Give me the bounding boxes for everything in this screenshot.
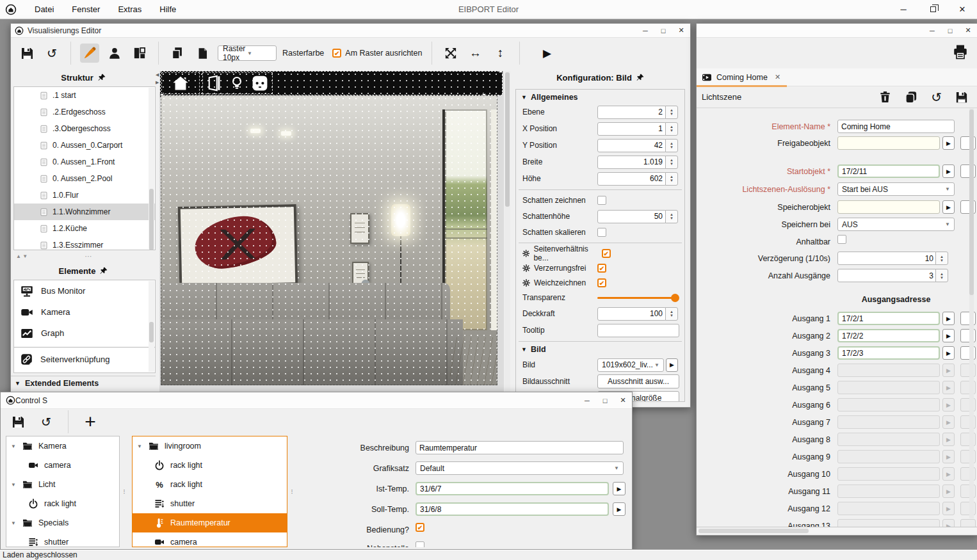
fit-vertical-button[interactable]: ↕	[491, 44, 510, 63]
scene-titlebar[interactable]: ─ □ ✕	[697, 24, 977, 38]
tree-item-rack-light-dimmer[interactable]: %rack light	[133, 475, 287, 494]
object-picker-button[interactable]: ▶	[942, 329, 955, 342]
tree-item-rack-light-switch[interactable]: rack light	[133, 456, 287, 475]
schatten-skalieren-checkbox[interactable]	[597, 228, 606, 237]
layout-mode-button[interactable]	[130, 44, 149, 63]
bild-select[interactable]: 1019x602_liv...▼	[597, 358, 664, 372]
element-graph[interactable]: Graph	[14, 323, 155, 344]
elemente-scrollbar[interactable]	[149, 281, 154, 372]
maximize-button[interactable]: □	[654, 24, 672, 38]
save-button[interactable]	[8, 412, 28, 431]
close-button[interactable]: ✕	[959, 24, 977, 38]
chevron-down-icon[interactable]: ▼	[10, 482, 17, 488]
menu-extras[interactable]: Extras	[109, 0, 150, 19]
restore-button[interactable]	[918, 0, 948, 19]
tree-item[interactable]: 1.0.Flur	[14, 187, 155, 204]
beschreibung-input[interactable]	[416, 441, 624, 454]
house-icon[interactable]	[172, 75, 190, 92]
print-button[interactable]	[953, 44, 968, 60]
slider-track[interactable]	[597, 297, 673, 299]
menu-datei[interactable]: Datei	[26, 0, 63, 19]
ausschnitt-button[interactable]: Ausschnitt ausw...	[597, 374, 679, 388]
struktur-scrollbar[interactable]	[149, 88, 154, 249]
object-picker-button[interactable]: ▶	[942, 200, 955, 214]
object-picker-button[interactable]: ▶	[942, 164, 955, 178]
copy-page-button[interactable]	[168, 44, 187, 63]
tree-item[interactable]: 0. Aussen_1.Front	[14, 154, 155, 170]
fit-button[interactable]	[441, 44, 460, 63]
chevron-down-icon[interactable]: ▼	[136, 444, 143, 449]
pin-icon[interactable]	[636, 74, 644, 81]
element-kamera[interactable]: Kamera	[14, 301, 155, 323]
y-position-input[interactable]	[597, 139, 666, 152]
verzerrungsfrei-checkbox[interactable]: ✔	[597, 264, 606, 273]
tree-item[interactable]: .1 start	[14, 87, 155, 104]
chevron-down-icon[interactable]: ▼	[10, 520, 17, 526]
minimize-button[interactable]: ─	[636, 24, 654, 38]
reload-button[interactable]: ↺	[36, 412, 56, 431]
object-picker-button[interactable]: ▶	[942, 136, 955, 150]
object-picker-button[interactable]: ▶	[942, 346, 955, 360]
tree-item[interactable]: .2.Erdgeschoss	[14, 104, 155, 120]
hoehe-input[interactable]	[597, 172, 666, 186]
menu-fenster[interactable]: Fenster	[63, 0, 109, 19]
collapse-down-icon[interactable]: ▼	[22, 253, 28, 259]
object-picker-button[interactable]: ▶	[942, 312, 955, 325]
maximize-button[interactable]: □	[596, 394, 614, 408]
ausgang-2-input[interactable]	[837, 329, 940, 342]
align-grid-checkbox[interactable]: ✔	[332, 49, 341, 58]
tab-coming-home[interactable]: Coming Home ✕	[697, 68, 787, 86]
selection-handle[interactable]	[499, 71, 503, 73]
panel-splitter[interactable]: ⁝	[121, 436, 127, 547]
panel-splitter[interactable]: ▲ ▼ ⋯	[11, 250, 156, 262]
maximize-button[interactable]: □	[941, 24, 959, 38]
seitenverhaeltnis-checkbox[interactable]: ✔	[602, 249, 611, 258]
minimize-button[interactable]: ─	[889, 0, 918, 19]
bild-picker-button[interactable]: ▶	[666, 358, 678, 372]
trash-icon[interactable]	[879, 91, 891, 103]
anzahl-ausgaenge-input[interactable]	[837, 269, 937, 282]
deckkraft-input[interactable]	[597, 307, 666, 321]
bedienung-checkbox[interactable]: ✔	[416, 523, 424, 532]
schattenhoehe-input[interactable]	[597, 210, 666, 223]
minimize-button[interactable]: ─	[578, 394, 596, 408]
tree-item-shutter[interactable]: shutter	[6, 532, 119, 547]
tree-folder-kamera[interactable]: ▼Kamera	[6, 436, 119, 456]
scrollbar-thumb[interactable]	[505, 72, 510, 207]
object-picker-button[interactable]: ▶	[613, 502, 626, 516]
ebene-input[interactable]	[597, 106, 666, 119]
new-page-button[interactable]	[193, 44, 212, 63]
ausloesung-select[interactable]: Start bei AUS▼	[837, 182, 955, 196]
navbar-group-controls[interactable]	[202, 72, 273, 94]
edit-mode-button[interactable]	[80, 44, 99, 63]
visu-titlebar[interactable]: Visualisierungs Editor ─ □ ✕	[11, 24, 690, 38]
close-button[interactable]: ✕	[672, 24, 690, 38]
startobjekt-input[interactable]	[837, 164, 940, 178]
element-name-input[interactable]	[837, 120, 955, 133]
scrollbar-thumb[interactable]	[969, 109, 974, 295]
slider-knob[interactable]	[671, 294, 679, 302]
pin-icon[interactable]	[100, 267, 108, 275]
ist-temp-input[interactable]	[416, 482, 609, 495]
anhaltbar-checkbox[interactable]	[837, 235, 846, 244]
navbar-group-home[interactable]	[161, 72, 200, 94]
close-button[interactable]: ✕	[614, 394, 632, 408]
grafiksatz-select[interactable]: Default▼	[416, 461, 624, 475]
reload-button[interactable]: ↺	[42, 44, 61, 63]
tree-item-shutter[interactable]: shutter	[133, 494, 287, 513]
save-button[interactable]	[17, 44, 36, 63]
schatten-zeichnen-checkbox[interactable]	[597, 196, 606, 205]
weichzeichnen-checkbox[interactable]: ✔	[597, 278, 606, 287]
tree-folder-specials[interactable]: ▼Specials	[6, 513, 119, 532]
tree-item[interactable]: .3.Obergeschoss	[14, 120, 155, 137]
scrollbar-thumb[interactable]	[149, 189, 154, 250]
x-position-input[interactable]	[597, 122, 666, 136]
tree-item-rack-light[interactable]: rack light	[6, 494, 119, 513]
spinner-buttons[interactable]: ▲▼	[935, 252, 948, 265]
freigabeobjekt-input[interactable]	[837, 136, 940, 150]
tree-folder-licht[interactable]: ▼Licht	[6, 475, 119, 494]
socket-icon[interactable]	[252, 75, 268, 92]
canvas-scrollbar[interactable]	[505, 71, 510, 406]
chevron-down-icon[interactable]: ▼	[10, 444, 17, 449]
scene-scrollbar-vertical[interactable]	[969, 108, 974, 518]
